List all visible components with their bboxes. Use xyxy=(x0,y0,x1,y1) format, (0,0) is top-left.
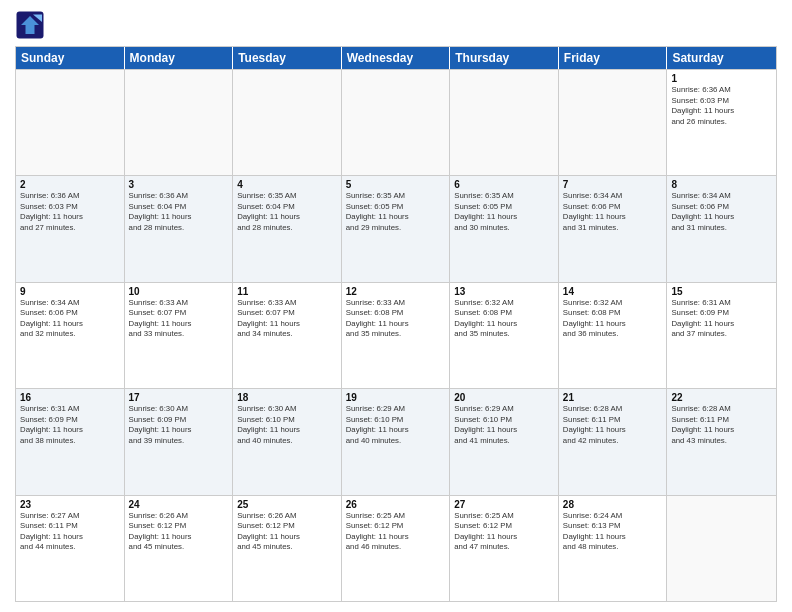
cell-info: Sunrise: 6:35 AM Sunset: 6:05 PM Dayligh… xyxy=(454,191,554,233)
day-header: Saturday xyxy=(667,47,776,69)
cell-info: Sunrise: 6:36 AM Sunset: 6:03 PM Dayligh… xyxy=(671,85,772,127)
cell-info: Sunrise: 6:31 AM Sunset: 6:09 PM Dayligh… xyxy=(20,404,120,446)
calendar-cell: 26Sunrise: 6:25 AM Sunset: 6:12 PM Dayli… xyxy=(342,496,451,601)
calendar-cell: 20Sunrise: 6:29 AM Sunset: 6:10 PM Dayli… xyxy=(450,389,559,494)
cell-info: Sunrise: 6:36 AM Sunset: 6:03 PM Dayligh… xyxy=(20,191,120,233)
cell-info: Sunrise: 6:33 AM Sunset: 6:07 PM Dayligh… xyxy=(237,298,337,340)
calendar-cell: 25Sunrise: 6:26 AM Sunset: 6:12 PM Dayli… xyxy=(233,496,342,601)
day-number: 23 xyxy=(20,499,120,510)
day-number: 20 xyxy=(454,392,554,403)
day-number: 7 xyxy=(563,179,663,190)
calendar-cell: 17Sunrise: 6:30 AM Sunset: 6:09 PM Dayli… xyxy=(125,389,234,494)
calendar-cell xyxy=(342,70,451,175)
day-number: 14 xyxy=(563,286,663,297)
cell-info: Sunrise: 6:28 AM Sunset: 6:11 PM Dayligh… xyxy=(671,404,772,446)
cell-info: Sunrise: 6:30 AM Sunset: 6:10 PM Dayligh… xyxy=(237,404,337,446)
day-number: 24 xyxy=(129,499,229,510)
day-number: 1 xyxy=(671,73,772,84)
cell-info: Sunrise: 6:25 AM Sunset: 6:12 PM Dayligh… xyxy=(346,511,446,553)
day-number: 15 xyxy=(671,286,772,297)
cell-info: Sunrise: 6:26 AM Sunset: 6:12 PM Dayligh… xyxy=(237,511,337,553)
day-header: Sunday xyxy=(16,47,125,69)
cell-info: Sunrise: 6:31 AM Sunset: 6:09 PM Dayligh… xyxy=(671,298,772,340)
day-header: Tuesday xyxy=(233,47,342,69)
calendar-cell: 6Sunrise: 6:35 AM Sunset: 6:05 PM Daylig… xyxy=(450,176,559,281)
day-number: 11 xyxy=(237,286,337,297)
logo xyxy=(15,10,49,40)
cell-info: Sunrise: 6:27 AM Sunset: 6:11 PM Dayligh… xyxy=(20,511,120,553)
cell-info: Sunrise: 6:32 AM Sunset: 6:08 PM Dayligh… xyxy=(454,298,554,340)
calendar-cell xyxy=(450,70,559,175)
weeks: 1Sunrise: 6:36 AM Sunset: 6:03 PM Daylig… xyxy=(16,69,776,601)
logo-icon xyxy=(15,10,45,40)
calendar-cell: 13Sunrise: 6:32 AM Sunset: 6:08 PM Dayli… xyxy=(450,283,559,388)
calendar-cell: 21Sunrise: 6:28 AM Sunset: 6:11 PM Dayli… xyxy=(559,389,668,494)
calendar-cell: 18Sunrise: 6:30 AM Sunset: 6:10 PM Dayli… xyxy=(233,389,342,494)
calendar-cell: 19Sunrise: 6:29 AM Sunset: 6:10 PM Dayli… xyxy=(342,389,451,494)
cell-info: Sunrise: 6:28 AM Sunset: 6:11 PM Dayligh… xyxy=(563,404,663,446)
day-header: Friday xyxy=(559,47,668,69)
day-number: 22 xyxy=(671,392,772,403)
week-row: 23Sunrise: 6:27 AM Sunset: 6:11 PM Dayli… xyxy=(16,495,776,601)
day-number: 8 xyxy=(671,179,772,190)
week-row: 9Sunrise: 6:34 AM Sunset: 6:06 PM Daylig… xyxy=(16,282,776,388)
day-number: 27 xyxy=(454,499,554,510)
calendar-cell: 4Sunrise: 6:35 AM Sunset: 6:04 PM Daylig… xyxy=(233,176,342,281)
day-number: 28 xyxy=(563,499,663,510)
calendar: SundayMondayTuesdayWednesdayThursdayFrid… xyxy=(15,46,777,602)
calendar-cell: 15Sunrise: 6:31 AM Sunset: 6:09 PM Dayli… xyxy=(667,283,776,388)
cell-info: Sunrise: 6:32 AM Sunset: 6:08 PM Dayligh… xyxy=(563,298,663,340)
week-row: 2Sunrise: 6:36 AM Sunset: 6:03 PM Daylig… xyxy=(16,175,776,281)
cell-info: Sunrise: 6:24 AM Sunset: 6:13 PM Dayligh… xyxy=(563,511,663,553)
day-number: 12 xyxy=(346,286,446,297)
calendar-cell: 12Sunrise: 6:33 AM Sunset: 6:08 PM Dayli… xyxy=(342,283,451,388)
day-headers: SundayMondayTuesdayWednesdayThursdayFrid… xyxy=(16,47,776,69)
day-header: Monday xyxy=(125,47,234,69)
day-number: 21 xyxy=(563,392,663,403)
day-number: 3 xyxy=(129,179,229,190)
calendar-cell: 3Sunrise: 6:36 AM Sunset: 6:04 PM Daylig… xyxy=(125,176,234,281)
cell-info: Sunrise: 6:36 AM Sunset: 6:04 PM Dayligh… xyxy=(129,191,229,233)
calendar-cell xyxy=(559,70,668,175)
day-number: 10 xyxy=(129,286,229,297)
calendar-cell xyxy=(667,496,776,601)
calendar-cell: 5Sunrise: 6:35 AM Sunset: 6:05 PM Daylig… xyxy=(342,176,451,281)
cell-info: Sunrise: 6:29 AM Sunset: 6:10 PM Dayligh… xyxy=(454,404,554,446)
cell-info: Sunrise: 6:33 AM Sunset: 6:08 PM Dayligh… xyxy=(346,298,446,340)
day-header: Thursday xyxy=(450,47,559,69)
header xyxy=(15,10,777,40)
day-number: 5 xyxy=(346,179,446,190)
calendar-cell: 7Sunrise: 6:34 AM Sunset: 6:06 PM Daylig… xyxy=(559,176,668,281)
day-number: 4 xyxy=(237,179,337,190)
cell-info: Sunrise: 6:34 AM Sunset: 6:06 PM Dayligh… xyxy=(20,298,120,340)
day-number: 19 xyxy=(346,392,446,403)
calendar-cell: 24Sunrise: 6:26 AM Sunset: 6:12 PM Dayli… xyxy=(125,496,234,601)
calendar-cell: 9Sunrise: 6:34 AM Sunset: 6:06 PM Daylig… xyxy=(16,283,125,388)
calendar-cell: 28Sunrise: 6:24 AM Sunset: 6:13 PM Dayli… xyxy=(559,496,668,601)
calendar-cell xyxy=(233,70,342,175)
cell-info: Sunrise: 6:30 AM Sunset: 6:09 PM Dayligh… xyxy=(129,404,229,446)
calendar-cell xyxy=(16,70,125,175)
calendar-cell: 23Sunrise: 6:27 AM Sunset: 6:11 PM Dayli… xyxy=(16,496,125,601)
cell-info: Sunrise: 6:34 AM Sunset: 6:06 PM Dayligh… xyxy=(671,191,772,233)
calendar-cell xyxy=(125,70,234,175)
cell-info: Sunrise: 6:29 AM Sunset: 6:10 PM Dayligh… xyxy=(346,404,446,446)
day-number: 6 xyxy=(454,179,554,190)
day-header: Wednesday xyxy=(342,47,451,69)
calendar-cell: 10Sunrise: 6:33 AM Sunset: 6:07 PM Dayli… xyxy=(125,283,234,388)
day-number: 16 xyxy=(20,392,120,403)
week-row: 1Sunrise: 6:36 AM Sunset: 6:03 PM Daylig… xyxy=(16,69,776,175)
page: SundayMondayTuesdayWednesdayThursdayFrid… xyxy=(0,0,792,612)
calendar-cell: 1Sunrise: 6:36 AM Sunset: 6:03 PM Daylig… xyxy=(667,70,776,175)
cell-info: Sunrise: 6:25 AM Sunset: 6:12 PM Dayligh… xyxy=(454,511,554,553)
calendar-cell: 11Sunrise: 6:33 AM Sunset: 6:07 PM Dayli… xyxy=(233,283,342,388)
day-number: 9 xyxy=(20,286,120,297)
day-number: 2 xyxy=(20,179,120,190)
cell-info: Sunrise: 6:35 AM Sunset: 6:04 PM Dayligh… xyxy=(237,191,337,233)
cell-info: Sunrise: 6:33 AM Sunset: 6:07 PM Dayligh… xyxy=(129,298,229,340)
calendar-cell: 2Sunrise: 6:36 AM Sunset: 6:03 PM Daylig… xyxy=(16,176,125,281)
calendar-cell: 8Sunrise: 6:34 AM Sunset: 6:06 PM Daylig… xyxy=(667,176,776,281)
cell-info: Sunrise: 6:26 AM Sunset: 6:12 PM Dayligh… xyxy=(129,511,229,553)
calendar-cell: 16Sunrise: 6:31 AM Sunset: 6:09 PM Dayli… xyxy=(16,389,125,494)
day-number: 26 xyxy=(346,499,446,510)
